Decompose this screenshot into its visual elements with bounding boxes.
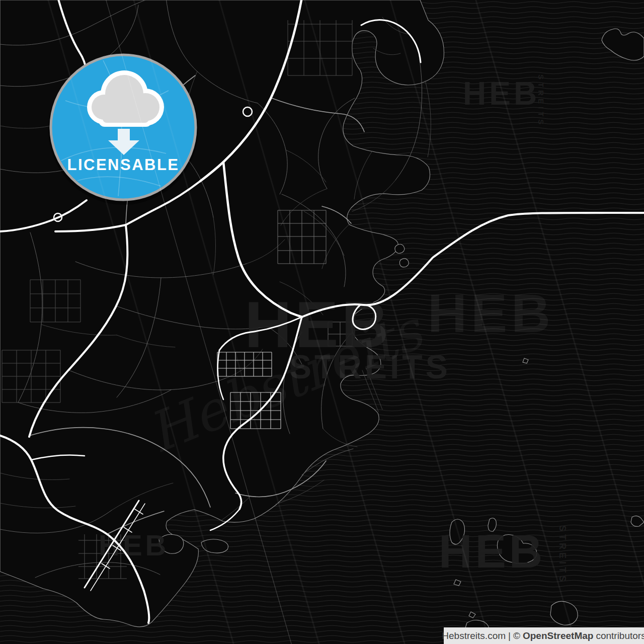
island: [395, 244, 405, 253]
island: [399, 259, 409, 267]
badge-label: LICENSABLE: [67, 156, 179, 174]
watermark-brand-bottom-right: HEB: [439, 526, 545, 577]
attribution-copyright: ©: [513, 630, 520, 641]
attribution-bar: Hebstreits.com | © OpenStreetMap contrib…: [444, 627, 644, 644]
attribution-osm: OpenStreetMap: [523, 630, 593, 641]
watermark-brand: HEB: [463, 75, 540, 112]
map-canvas: HEB STREITS HEB STREITS HEB HEB HEB STRE…: [0, 0, 644, 644]
attribution-separator: |: [508, 630, 511, 641]
watermark-brand-vertical-2: STREITS: [557, 525, 568, 585]
attribution-suffix: contributors: [596, 630, 644, 641]
watermark-brand-bottom-left: HEB: [99, 529, 169, 561]
attribution-source: Hebstreits.com: [442, 630, 506, 641]
watermark-brand-faint: HEB: [428, 283, 554, 344]
watermark-brand-vertical: STREITS: [537, 74, 545, 127]
map-poster: HEB STREITS HEB STREITS HEB HEB HEB STRE…: [0, 0, 644, 644]
